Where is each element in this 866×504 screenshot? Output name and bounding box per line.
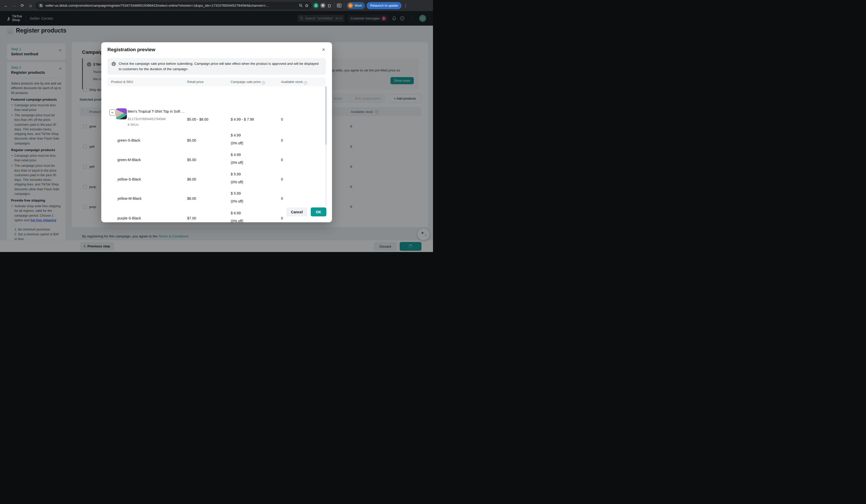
sku-name: green-M-Black <box>118 158 141 162</box>
sku-campaign-price: $ 5.99 <box>231 172 241 176</box>
sku-campaign-price: $ 5.99 <box>231 191 241 195</box>
profile-name: Work <box>355 4 362 8</box>
sku-name: green-S-Black <box>118 138 140 142</box>
campaign-price-column-header: Campaign sale price? <box>231 80 265 84</box>
sku-row: yellow-S-Black $6.00 $ 5.99 (0% off) 0 <box>108 170 326 190</box>
sku-retail-price: $6.00 <box>187 177 196 181</box>
extension-icon[interactable]: ⌘ <box>320 3 325 8</box>
address-bar[interactable]: seller-us.tiktok.com/promotion/campaign/… <box>35 2 312 10</box>
toolbar-divider <box>344 3 344 8</box>
side-panel-search-icon[interactable] <box>337 3 342 8</box>
chevron-down-icon <box>111 112 114 113</box>
sku-discount-percent: (0% off) <box>231 219 243 223</box>
sku-row: yellow-M-Black $6.00 $ 5.99 (0% off) 0 <box>108 189 326 209</box>
dialog-title: Registration preview <box>108 47 155 53</box>
toolbar-divider <box>334 3 334 8</box>
cancel-button[interactable]: Cancel <box>286 207 307 216</box>
product-sku-column-header: Product & SKU <box>111 80 133 84</box>
sku-stock: 0 <box>281 158 283 162</box>
sku-discount-percent: (0% off) <box>231 180 243 184</box>
relaunch-to-update-button[interactable]: Relaunch to update <box>367 2 401 9</box>
sku-discount-percent: (0% off) <box>231 161 243 165</box>
sku-name: purple-S-Black <box>118 216 141 220</box>
product-stock: 0 <box>281 117 283 122</box>
sku-campaign-price: $ 6.99 <box>231 211 241 215</box>
info-icon: i <box>112 62 116 66</box>
sku-retail-price: $5.00 <box>187 138 196 142</box>
product-thumbnail <box>116 108 127 119</box>
sku-row: green-S-Black $5.00 $ 4.99 (0% off) 0 <box>108 131 326 151</box>
bookmark-star-icon[interactable] <box>305 3 309 8</box>
product-sku-count: 8 SKUs <box>128 123 138 126</box>
sku-stock: 0 <box>281 177 283 181</box>
browser-toolbar: ← → ⟳ ⌂ seller-us.tiktok.com/promotion/c… <box>0 0 433 11</box>
sku-discount-percent: (0% off) <box>231 199 243 203</box>
available-stock-column-header: Available stock? <box>281 80 307 84</box>
grammarly-extension-icon[interactable]: G <box>313 3 319 8</box>
product-name: Men's Tropical T-Shirt Top in Soft … <box>128 110 185 113</box>
registration-preview-dialog: Registration preview ✕ i Check the campa… <box>101 42 332 222</box>
sku-name: yellow-S-Black <box>118 177 141 181</box>
product-campaign-price: $ 4.99 - $ 7.99 <box>231 117 254 122</box>
sku-discount-percent: (0% off) <box>231 141 243 145</box>
sku-row: green-M-Black $5.00 $ 4.99 (0% off) 0 <box>108 151 326 170</box>
sku-campaign-price: $ 4.99 <box>231 133 241 137</box>
sku-retail-price: $5.00 <box>187 158 196 162</box>
product-retail-price: $5.00 - $8.00 <box>187 117 209 122</box>
close-icon[interactable]: ✕ <box>320 46 327 53</box>
expand-row-button[interactable] <box>109 110 115 116</box>
browser-back-icon[interactable]: ← <box>2 2 9 9</box>
sku-stock: 0 <box>281 216 283 220</box>
modal-scrollbar-thumb[interactable] <box>325 86 326 145</box>
extensions-puzzle-icon[interactable] <box>327 3 332 8</box>
retail-price-column-header: Retail price <box>187 80 203 84</box>
available-stock-label: Available stock <box>281 80 303 84</box>
sku-retail-price: $6.00 <box>187 196 196 201</box>
site-settings-icon[interactable] <box>38 3 43 8</box>
banner-text: Check the campaign sale price before sub… <box>119 61 322 72</box>
preview-table-header: Product & SKU Retail price Campaign sale… <box>108 78 326 86</box>
price-check-banner: i Check the campaign sale price before s… <box>108 58 326 75</box>
sku-name: yellow-M-Black <box>118 196 142 201</box>
sku-retail-price: $7.00 <box>187 216 196 220</box>
sku-campaign-price: $ 4.99 <box>231 153 241 157</box>
browser-refresh-icon[interactable]: ⟳ <box>19 2 26 9</box>
sku-stock: 0 <box>281 196 283 201</box>
url-text: seller-us.tiktok.com/promotion/campaign/… <box>45 3 297 8</box>
question-icon[interactable]: ? <box>304 81 307 84</box>
screen: ← → ⟳ ⌂ seller-us.tiktok.com/promotion/c… <box>0 0 433 252</box>
browser-home-icon[interactable]: ⌂ <box>27 2 34 9</box>
ok-button[interactable]: OK <box>311 207 326 216</box>
campaign-price-label: Campaign sale price <box>231 80 261 84</box>
browser-menu-icon[interactable]: ⋮ <box>403 3 408 8</box>
product-id: ID:1731076504452764584 <box>128 117 166 121</box>
zoom-out-icon[interactable] <box>299 3 303 8</box>
browser-profile-chip[interactable]: C Work <box>347 2 365 9</box>
browser-forward-icon[interactable]: → <box>11 2 18 9</box>
sku-stock: 0 <box>281 138 283 142</box>
profile-avatar: C <box>348 3 353 8</box>
question-icon[interactable]: ? <box>262 81 265 84</box>
